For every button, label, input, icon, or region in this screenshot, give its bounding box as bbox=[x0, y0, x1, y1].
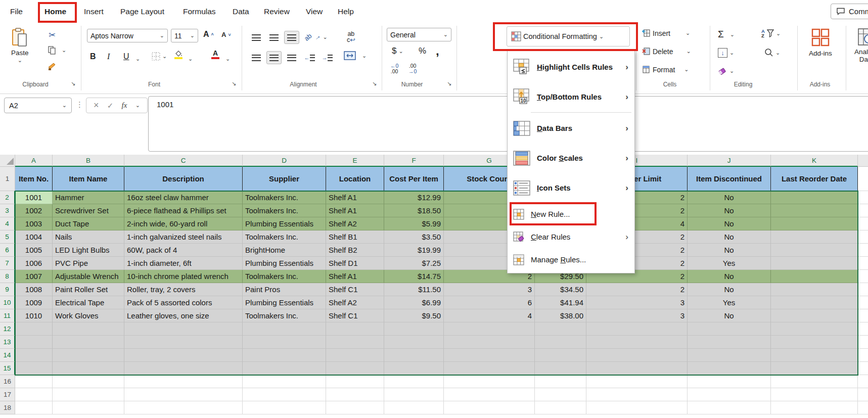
cell-D7[interactable]: Plumbing Essentials bbox=[243, 257, 326, 270]
cell-L8[interactable] bbox=[858, 270, 868, 283]
cell-E9[interactable]: Shelf C1 bbox=[326, 283, 384, 296]
cell-I15[interactable] bbox=[586, 362, 688, 375]
row-header-3[interactable]: 3 bbox=[0, 204, 15, 217]
font-dialog-launcher[interactable]: ↘ bbox=[232, 80, 236, 87]
cell-B12[interactable] bbox=[53, 322, 124, 336]
row-header-2[interactable]: 2 bbox=[0, 191, 15, 204]
header-cell-J1[interactable]: Item Discontinued bbox=[688, 167, 771, 191]
cell-J16[interactable] bbox=[688, 375, 771, 388]
decrease-font-size-button[interactable]: A˅ bbox=[221, 31, 231, 38]
cell-J6[interactable]: No bbox=[688, 244, 771, 257]
row-header-13[interactable]: 13 bbox=[0, 336, 15, 349]
cell-H14[interactable] bbox=[535, 349, 586, 362]
cell-D10[interactable]: Plumbing Essentials bbox=[243, 296, 326, 309]
cell-D8[interactable]: Toolmakers Inc. bbox=[243, 270, 326, 283]
cell-I12[interactable] bbox=[586, 322, 688, 336]
cell-F14[interactable] bbox=[384, 349, 444, 362]
header-cell-F1[interactable]: Cost Per Item bbox=[384, 167, 444, 191]
cell-K7[interactable] bbox=[771, 257, 858, 270]
cell-J7[interactable]: Yes bbox=[688, 257, 771, 270]
menu-item-highlight-cells-rules[interactable]: Highlight Cells Rules › bbox=[508, 52, 634, 82]
autosum-button[interactable]: Σ ⌄ bbox=[718, 29, 735, 40]
paste-dropdown-chevron[interactable]: ⌄ bbox=[18, 58, 22, 63]
cell-J2[interactable]: No bbox=[688, 191, 771, 204]
cell-D6[interactable]: BrightHome bbox=[243, 244, 326, 257]
decrease-decimal-button[interactable]: .00 →0 bbox=[408, 63, 417, 74]
font-color-chevron[interactable]: ⌄ bbox=[225, 56, 230, 62]
cell-K17[interactable] bbox=[771, 388, 858, 401]
cell-D13[interactable] bbox=[243, 336, 326, 349]
cell-C13[interactable] bbox=[124, 336, 243, 349]
cell-B5[interactable]: Nails bbox=[53, 230, 124, 244]
cell-K13[interactable] bbox=[771, 336, 858, 349]
cell-G15[interactable] bbox=[444, 362, 535, 375]
col-header-D[interactable]: D bbox=[243, 155, 326, 167]
cell-J3[interactable]: No bbox=[688, 204, 771, 217]
menu-item-top-bottom-rules[interactable]: 10 Top/Bottom Rules › bbox=[508, 82, 634, 112]
cell-H15[interactable] bbox=[535, 362, 586, 375]
cell-K3[interactable] bbox=[771, 204, 858, 217]
cell-B8[interactable]: Adjustable Wrench bbox=[53, 270, 124, 283]
cell-B11[interactable]: Work Gloves bbox=[53, 309, 124, 322]
copy-button[interactable]: ⌄ bbox=[48, 46, 56, 55]
cell-E4[interactable]: Shelf A2 bbox=[326, 217, 384, 230]
addins-button[interactable]: Add-ins bbox=[809, 28, 832, 57]
cell-C5[interactable]: 1-inch galvanized steel nails bbox=[124, 230, 243, 244]
cell-E10[interactable]: Shelf A2 bbox=[326, 296, 384, 309]
cell-D17[interactable] bbox=[243, 388, 326, 401]
cell-J18[interactable] bbox=[688, 401, 771, 414]
cell-D11[interactable]: Toolmakers Inc. bbox=[243, 309, 326, 322]
font-color-button[interactable]: A bbox=[211, 50, 219, 59]
cell-C4[interactable]: 2-inch wide, 60-yard roll bbox=[124, 217, 243, 230]
cell-G16[interactable] bbox=[444, 375, 535, 388]
cell-F18[interactable] bbox=[384, 401, 444, 414]
row-header-9[interactable]: 9 bbox=[0, 283, 15, 296]
cell-H12[interactable] bbox=[535, 322, 586, 336]
menu-item-manage-rules[interactable]: Manage Rules... bbox=[508, 248, 634, 271]
cell-G12[interactable] bbox=[444, 322, 535, 336]
cell-G9[interactable]: 3 bbox=[444, 283, 535, 296]
row-header-1[interactable]: 1 bbox=[0, 167, 15, 191]
cell-K15[interactable] bbox=[771, 362, 858, 375]
row-header-11[interactable]: 11 bbox=[0, 309, 15, 322]
cell-G13[interactable] bbox=[444, 336, 535, 349]
row-header-14[interactable]: 14 bbox=[0, 349, 15, 362]
cell-F17[interactable] bbox=[384, 388, 444, 401]
cell-C16[interactable] bbox=[124, 375, 243, 388]
formula-bar-grip-dots[interactable]: ⋮ bbox=[76, 100, 83, 109]
cell-F11[interactable]: $9.50 bbox=[384, 309, 444, 322]
align-left-button[interactable] bbox=[249, 51, 264, 64]
cell-B17[interactable] bbox=[53, 388, 124, 401]
cell-D16[interactable] bbox=[243, 375, 326, 388]
cell-J8[interactable]: No bbox=[688, 270, 771, 283]
wrap-text-button[interactable]: ab c↩ bbox=[347, 31, 355, 43]
font-size-combo[interactable]: 11 ⌄ bbox=[171, 29, 198, 42]
header-cell-C1[interactable]: Description bbox=[124, 167, 243, 191]
cell-E8[interactable]: Shelf A1 bbox=[326, 270, 384, 283]
cell-K2[interactable] bbox=[771, 191, 858, 204]
cell-C6[interactable]: 60W, pack of 4 bbox=[124, 244, 243, 257]
font-name-combo[interactable]: Aptos Narrow ⌄ bbox=[87, 29, 168, 42]
cell-C2[interactable]: 16oz steel claw hammer bbox=[124, 191, 243, 204]
cell-B7[interactable]: PVC Pipe bbox=[53, 257, 124, 270]
cell-F7[interactable]: $7.25 bbox=[384, 257, 444, 270]
cell-A13[interactable] bbox=[15, 336, 53, 349]
fx-chevron[interactable]: ⌄ bbox=[135, 103, 140, 108]
row-header-6[interactable]: 6 bbox=[0, 244, 15, 257]
fill-button[interactable]: ↓ ⌄ bbox=[718, 48, 734, 58]
cell-J4[interactable]: No bbox=[688, 217, 771, 230]
cell-B14[interactable] bbox=[53, 349, 124, 362]
cell-H11[interactable]: $38.00 bbox=[535, 309, 586, 322]
cell-K11[interactable] bbox=[771, 309, 858, 322]
cell-L6[interactable] bbox=[858, 244, 868, 257]
name-box[interactable]: A2 ⌄ bbox=[4, 98, 72, 113]
cell-E18[interactable] bbox=[326, 401, 384, 414]
cell-B4[interactable]: Duct Tape bbox=[53, 217, 124, 230]
header-cell-L1[interactable] bbox=[858, 167, 868, 191]
row-header-4[interactable]: 4 bbox=[0, 217, 15, 230]
cell-L3[interactable] bbox=[858, 204, 868, 217]
cell-A18[interactable] bbox=[15, 401, 53, 414]
cell-A17[interactable] bbox=[15, 388, 53, 401]
cell-B9[interactable]: Paint Roller Set bbox=[53, 283, 124, 296]
cell-K12[interactable] bbox=[771, 322, 858, 336]
